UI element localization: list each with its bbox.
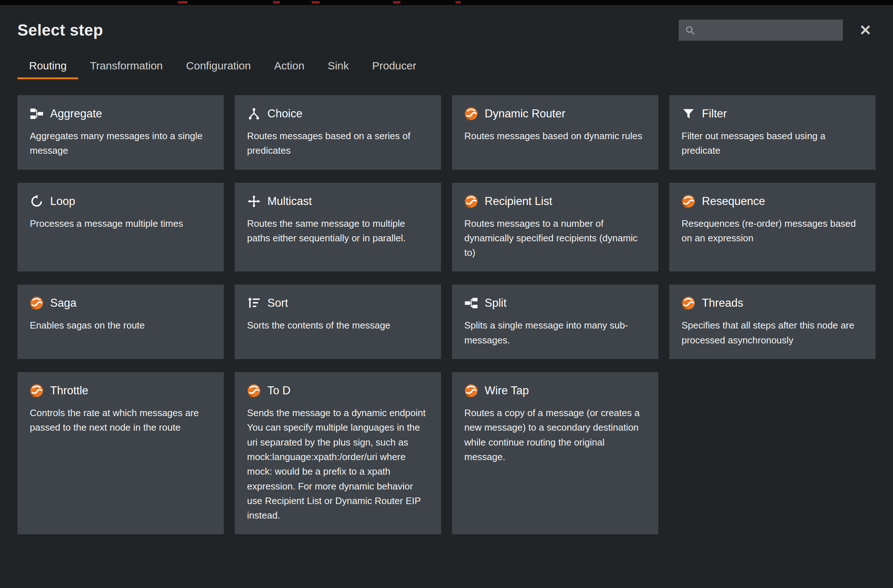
step-description: Sorts the contents of the message bbox=[247, 318, 429, 332]
step-card-to-d[interactable]: To D Sends the message to a dynamic endp… bbox=[235, 372, 441, 534]
select-step-modal: Select step ✕ Routing Transformation Con… bbox=[0, 5, 893, 588]
step-grid: Aggregate Aggregates many messages into … bbox=[17, 95, 876, 534]
step-description: Resequences (re-order) messages based on… bbox=[681, 216, 863, 246]
camel-icon bbox=[247, 384, 261, 398]
card-header: Dynamic Router bbox=[464, 107, 646, 121]
search-input[interactable] bbox=[700, 24, 837, 36]
step-card-loop[interactable]: Loop Processes a message multiple times bbox=[17, 183, 224, 272]
step-description: Sends the message to a dynamic endpoint … bbox=[247, 406, 429, 523]
tab-label: Transformation bbox=[90, 60, 163, 72]
card-header: Split bbox=[464, 296, 646, 310]
card-header: To D bbox=[247, 384, 429, 398]
step-description: Processes a message multiple times bbox=[30, 216, 212, 231]
tab-producer[interactable]: Producer bbox=[361, 54, 428, 79]
camel-icon bbox=[464, 107, 478, 121]
artifact-mark bbox=[456, 1, 461, 4]
tab-action[interactable]: Action bbox=[262, 54, 316, 79]
artifact-mark bbox=[178, 1, 188, 4]
step-title: Resequence bbox=[702, 195, 765, 208]
step-title: Dynamic Router bbox=[485, 107, 565, 120]
artifact-mark bbox=[312, 1, 320, 4]
step-card-wire-tap[interactable]: Wire Tap Routes a copy of a message (or … bbox=[452, 372, 658, 534]
camel-icon bbox=[30, 384, 44, 398]
step-title: Multicast bbox=[268, 195, 312, 208]
step-title: Wire Tap bbox=[485, 384, 529, 397]
camel-icon bbox=[681, 194, 695, 208]
search-icon bbox=[684, 25, 695, 36]
step-card-filter[interactable]: Filter Filter out messages based using a… bbox=[669, 95, 876, 170]
card-header: Resequence bbox=[681, 194, 863, 208]
step-title: Loop bbox=[50, 195, 75, 208]
step-description: Aggregates many messages into a single m… bbox=[30, 129, 212, 158]
step-description: Specifies that all steps after this node… bbox=[681, 318, 863, 347]
step-description: Controls the rate at which messages are … bbox=[30, 406, 212, 435]
step-title: Saga bbox=[50, 296, 76, 310]
step-title: Filter bbox=[702, 107, 727, 120]
step-title: Throttle bbox=[50, 384, 88, 397]
tab-label: Routing bbox=[29, 60, 66, 72]
card-header: Aggregate bbox=[30, 107, 212, 121]
step-card-aggregate[interactable]: Aggregate Aggregates many messages into … bbox=[17, 95, 224, 170]
card-header: Recipient List bbox=[464, 194, 646, 208]
step-card-dynamic-router[interactable]: Dynamic Router Routes messages based on … bbox=[452, 95, 658, 170]
camel-icon bbox=[464, 384, 478, 398]
step-description: Routes a copy of a message (or creates a… bbox=[464, 406, 646, 464]
step-title: Aggregate bbox=[50, 107, 102, 120]
step-title: Split bbox=[485, 296, 507, 310]
tab-sink[interactable]: Sink bbox=[316, 54, 361, 79]
card-header: Throttle bbox=[30, 384, 212, 398]
tab-label: Sink bbox=[328, 60, 349, 72]
step-description: Routes messages based on dynamic rules bbox=[464, 129, 646, 143]
card-header: Sort bbox=[247, 296, 429, 310]
step-card-threads[interactable]: Threads Specifies that all steps after t… bbox=[669, 284, 876, 359]
step-description: Enables sagas on the route bbox=[30, 318, 212, 332]
step-description: Filter out messages based using a predic… bbox=[681, 129, 863, 158]
camel-icon bbox=[681, 296, 695, 310]
sort-icon bbox=[247, 296, 261, 310]
step-title: Choice bbox=[268, 107, 303, 120]
card-header: Threads bbox=[681, 296, 863, 310]
search-box[interactable] bbox=[679, 20, 843, 41]
step-card-resequence[interactable]: Resequence Resequences (re-order) messag… bbox=[669, 183, 876, 272]
loop-icon bbox=[30, 194, 44, 208]
step-card-multicast[interactable]: Multicast Routes the same message to mul… bbox=[235, 183, 441, 272]
close-button[interactable]: ✕ bbox=[855, 20, 876, 41]
card-header: Filter bbox=[681, 107, 863, 121]
modal-header: Select step ✕ bbox=[17, 5, 876, 41]
step-description: Routes the same message to multiple path… bbox=[247, 216, 429, 246]
step-title: Threads bbox=[702, 296, 743, 310]
card-header: Wire Tap bbox=[464, 384, 646, 398]
card-header: Choice bbox=[247, 107, 429, 121]
tab-configuration[interactable]: Configuration bbox=[174, 54, 262, 79]
step-title: Sort bbox=[268, 296, 288, 310]
multicast-icon bbox=[247, 194, 261, 208]
step-description: Routes messages based on a series of pre… bbox=[247, 129, 429, 158]
step-title: To D bbox=[268, 384, 291, 397]
step-card-choice[interactable]: Choice Routes messages based on a series… bbox=[235, 95, 441, 170]
tab-transformation[interactable]: Transformation bbox=[78, 54, 174, 79]
card-header: Loop bbox=[30, 194, 212, 208]
step-card-saga[interactable]: Saga Enables sagas on the route bbox=[17, 284, 224, 359]
tab-label: Action bbox=[274, 60, 304, 72]
tab-label: Configuration bbox=[186, 60, 251, 72]
camel-icon bbox=[464, 194, 478, 208]
artifact-mark bbox=[393, 1, 400, 4]
aggregate-icon bbox=[30, 107, 44, 121]
step-card-split[interactable]: Split Splits a single message into many … bbox=[452, 284, 658, 359]
tab-bar: Routing Transformation Configuration Act… bbox=[17, 54, 876, 79]
page-title: Select step bbox=[17, 21, 103, 39]
choice-icon bbox=[247, 107, 261, 121]
browser-chrome-strip bbox=[0, 0, 893, 5]
step-card-throttle[interactable]: Throttle Controls the rate at which mess… bbox=[17, 372, 224, 534]
step-card-recipient-list[interactable]: Recipient List Routes messages to a numb… bbox=[452, 183, 658, 272]
filter-icon bbox=[681, 107, 695, 121]
split-icon bbox=[464, 296, 478, 310]
tab-routing[interactable]: Routing bbox=[17, 54, 78, 79]
step-description: Routes messages to a number of dynamical… bbox=[464, 216, 646, 260]
step-card-sort[interactable]: Sort Sorts the contents of the message bbox=[235, 284, 441, 359]
card-header: Multicast bbox=[247, 194, 429, 208]
step-title: Recipient List bbox=[485, 195, 552, 208]
step-description: Splits a single message into many sub-me… bbox=[464, 318, 646, 347]
tab-label: Producer bbox=[372, 60, 416, 72]
camel-icon bbox=[30, 296, 44, 310]
